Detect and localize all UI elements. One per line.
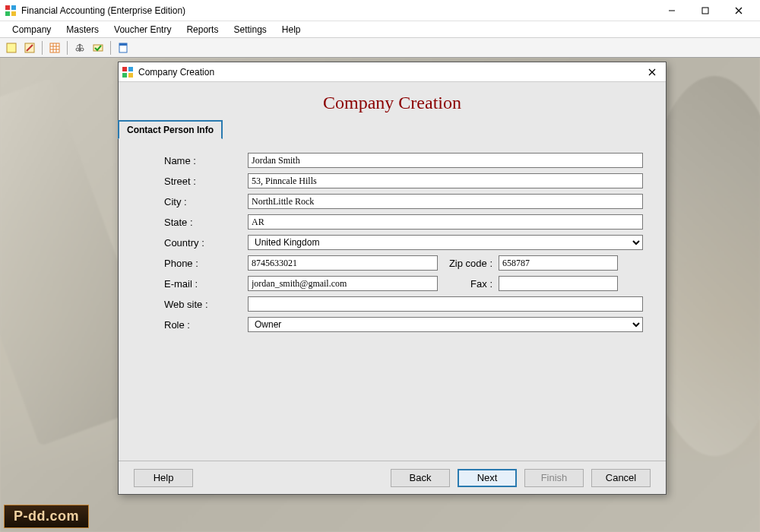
- toolbar-doc-icon[interactable]: [115, 40, 131, 55]
- toolbar-separator: [67, 41, 68, 55]
- label-city: City :: [164, 196, 248, 207]
- dialog-body: Company Creation Contact Person Info Nam…: [119, 82, 666, 461]
- fax-field[interactable]: [499, 276, 618, 291]
- back-button[interactable]: Back: [391, 469, 450, 487]
- name-field[interactable]: [248, 153, 643, 168]
- svg-rect-1: [11, 5, 16, 10]
- role-select[interactable]: Owner: [248, 317, 643, 332]
- menu-settings[interactable]: Settings: [226, 23, 274, 36]
- svg-rect-11: [50, 43, 59, 52]
- toolbar-separator: [42, 41, 43, 55]
- window-title: Financial Accounting (Enterprise Edition…: [21, 5, 655, 16]
- svg-rect-2: [5, 11, 10, 16]
- svg-point-18: [81, 48, 84, 51]
- svg-rect-25: [128, 73, 133, 78]
- toolbar-grid-icon[interactable]: [46, 40, 63, 55]
- toolbar: [0, 38, 760, 58]
- website-field[interactable]: [248, 296, 643, 312]
- maximize-button[interactable]: [689, 0, 722, 21]
- label-role: Role :: [164, 319, 248, 331]
- label-name: Name :: [164, 155, 248, 166]
- menu-masters[interactable]: Masters: [59, 23, 106, 36]
- label-email: E-mail :: [164, 278, 248, 290]
- window-titlebar: Financial Accounting (Enterprise Edition…: [0, 0, 760, 21]
- menubar: Company Masters Voucher Entry Reports Se…: [0, 21, 760, 38]
- help-button[interactable]: Help: [134, 469, 193, 487]
- menu-reports[interactable]: Reports: [179, 23, 226, 36]
- toolbar-check-icon[interactable]: [90, 40, 106, 55]
- watermark: P-dd.com: [4, 505, 89, 528]
- toolbar-new-icon[interactable]: [3, 40, 20, 55]
- cancel-button[interactable]: Cancel: [591, 469, 651, 487]
- finish-button[interactable]: Finish: [524, 469, 584, 487]
- dialog-close-button[interactable]: [641, 64, 663, 81]
- dialog-titlebar: Company Creation: [119, 62, 666, 82]
- company-creation-dialog: Company Creation Company Creation Contac…: [118, 62, 667, 495]
- dialog-footer: Help Back Next Finish Cancel: [119, 461, 666, 494]
- label-website: Web site :: [164, 299, 248, 310]
- tab-strip: Contact Person Info: [118, 119, 666, 138]
- tab-contact-person-info[interactable]: Contact Person Info: [118, 120, 223, 139]
- minimize-button[interactable]: [655, 0, 689, 21]
- label-phone: Phone :: [164, 258, 248, 269]
- zip-field[interactable]: [499, 255, 618, 271]
- label-zip: Zip code :: [438, 258, 499, 269]
- dialog-icon: [122, 66, 134, 78]
- phone-field[interactable]: [248, 255, 438, 271]
- street-field[interactable]: [248, 173, 643, 188]
- dialog-heading: Company Creation: [119, 82, 666, 119]
- next-button[interactable]: Next: [458, 469, 517, 487]
- app-icon: [5, 5, 17, 17]
- toolbar-edit-icon[interactable]: [21, 40, 38, 55]
- dialog-title: Company Creation: [138, 67, 641, 78]
- svg-rect-23: [128, 67, 133, 71]
- label-fax: Fax :: [438, 278, 499, 290]
- close-button[interactable]: [722, 0, 755, 21]
- city-field[interactable]: [248, 194, 643, 209]
- country-select[interactable]: United Kingdom: [248, 235, 643, 250]
- label-state: State :: [164, 217, 248, 228]
- svg-point-17: [76, 48, 79, 51]
- svg-rect-0: [5, 5, 10, 10]
- toolbar-separator: [110, 41, 111, 55]
- svg-rect-5: [702, 8, 708, 14]
- svg-rect-3: [11, 11, 16, 16]
- svg-rect-24: [122, 73, 127, 78]
- label-street: Street :: [164, 176, 248, 187]
- window-controls: [655, 0, 755, 21]
- toolbar-scale-icon[interactable]: [71, 40, 88, 55]
- menu-company[interactable]: Company: [5, 23, 59, 36]
- email-field[interactable]: [248, 276, 438, 291]
- svg-rect-22: [122, 67, 127, 71]
- state-field[interactable]: [248, 214, 643, 230]
- menu-voucher-entry[interactable]: Voucher Entry: [106, 23, 179, 36]
- label-country: Country :: [164, 237, 248, 249]
- svg-rect-8: [7, 43, 16, 52]
- form-area: Name : Street : City : State : Country :…: [119, 138, 666, 344]
- menu-help[interactable]: Help: [274, 23, 309, 36]
- svg-rect-21: [119, 43, 127, 46]
